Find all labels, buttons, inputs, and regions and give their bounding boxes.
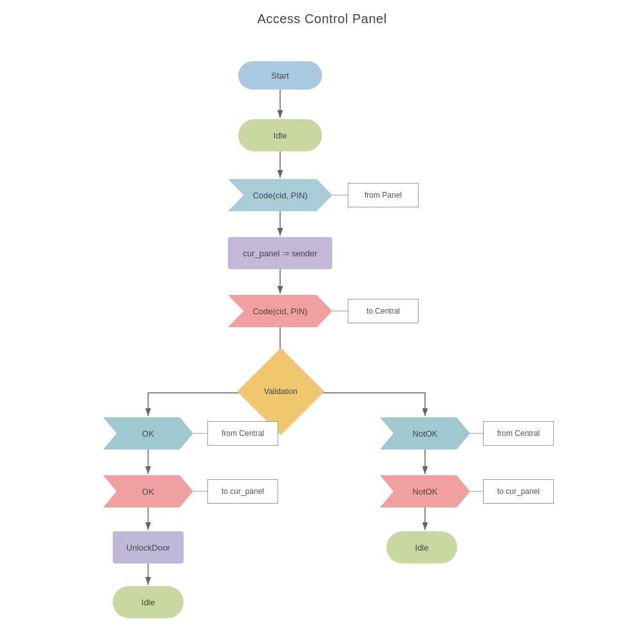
note-ok-to-panel: to cur_panel [207, 479, 278, 504]
idle1-node: Idle [238, 119, 322, 151]
note-notok-from-central: from Central [483, 421, 554, 446]
note-to-central: to Central [348, 299, 419, 323]
notok-send-node: NotOK [380, 475, 470, 507]
assign-node: cur_panel := sender [228, 237, 332, 269]
connectors [0, 0, 644, 644]
code2-node: Code(cid, PIN) [228, 295, 332, 327]
ok-send-node: OK [103, 475, 193, 507]
note-ok-from-central: from Central [207, 421, 278, 446]
ok-recv-node: OK [103, 417, 193, 450]
notok-recv-node: NotOK [380, 417, 470, 450]
idle2-node: Idle [113, 586, 184, 618]
idle3-node: Idle [386, 531, 457, 564]
unlock-node: UnlockDoor [113, 531, 184, 564]
diagram-container: Access Control Panel [0, 0, 644, 644]
note-from-panel: from Panel [348, 183, 419, 207]
start-node: Start [238, 61, 322, 90]
note-notok-to-panel: to cur_panel [483, 479, 554, 504]
page-title: Access Control Panel [0, 0, 644, 26]
code1-node: Code(cid, PIN) [228, 179, 332, 211]
